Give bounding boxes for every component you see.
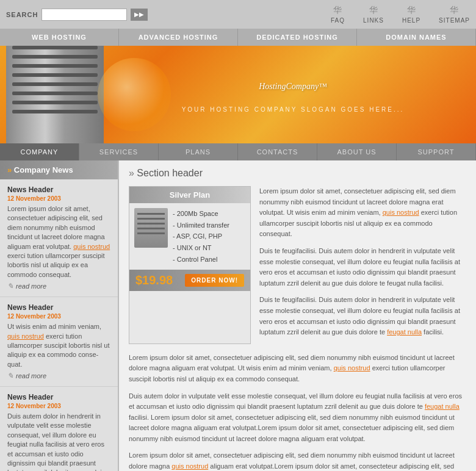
plan-feature: - ASP, CGI, PHP — [173, 231, 229, 242]
top-nav-item-help[interactable]: 华HELP — [402, 5, 420, 24]
search-input[interactable] — [41, 9, 127, 21]
header: SEARCH ▶▶ 华FAQ华LINKS华HELP华SITEMAP — [0, 0, 476, 29]
section-header: Section header — [129, 168, 466, 179]
faq-label: FAQ — [331, 17, 345, 24]
paragraph-2: Duis te feugifacilisi. Duis autem dolor … — [259, 246, 466, 289]
order-button[interactable]: ORDER NOW! — [185, 274, 244, 287]
help-icon: 华 — [407, 5, 416, 16]
news-inline-link-1[interactable]: quis nostrud — [7, 333, 44, 340]
plan-body: - 200Mb Space- Unlimited transfer- ASP, … — [129, 203, 250, 270]
plan-feature: - Unlimited transfer — [173, 220, 229, 231]
news-item-1: News Header12 November 2003Ut wisis enim… — [0, 297, 118, 387]
news-item-0: News Header12 November 2003Lorem ipsum d… — [0, 179, 118, 297]
top-nav-item-links[interactable]: 华LINKS — [363, 5, 384, 24]
search-label: SEARCH — [6, 11, 38, 18]
search-button[interactable]: ▶▶ — [131, 9, 148, 21]
nav-item-web-hosting[interactable]: WEB HOSTING — [0, 29, 119, 46]
link-quis-nostrud-2[interactable]: quis nostrud — [334, 364, 370, 372]
hero-trademark: ™ — [319, 82, 327, 91]
faq-icon: 华 — [333, 5, 342, 16]
hero-title: HostingCompany™ — [122, 77, 464, 102]
main-tabs: COMPANYSERVICESPLANSCONTACTSABOUT USSUPP… — [0, 143, 476, 160]
main-tab-company[interactable]: COMPANY — [0, 143, 79, 160]
news-date-2: 12 November 2003 — [7, 403, 110, 409]
plan-box: Silver Plan - 200Mb Space- Unlimited tra… — [129, 186, 251, 344]
nav-item-domain-names[interactable]: DOMAIN NAMES — [357, 29, 476, 46]
news-date-1: 12 November 2003 — [7, 313, 110, 320]
plan-feature: - 200Mb Space — [173, 208, 229, 220]
main-tab-support[interactable]: SUPPORT — [397, 143, 476, 160]
sidebar-news: News Header12 November 2003Lorem ipsum d… — [0, 179, 118, 471]
news-text-0: Lorem ipsum dolor sit amet, consectetuer… — [7, 204, 110, 279]
news-header-1: News Header — [7, 303, 110, 312]
read-more-0[interactable]: read more — [7, 282, 110, 290]
paragraph-3: Duis te feugifacilisi. Duis autem dolor … — [259, 295, 466, 337]
hero-slogan: YOUR HOSTING COMPANY SLOGAN GOES HERE... — [122, 106, 464, 113]
sidebar: Company News News Header12 November 2003… — [0, 160, 119, 471]
server-graphic — [6, 46, 104, 143]
nav-bar: WEB HOSTINGADVANCED HOSTINGDEDICATED HOS… — [0, 29, 476, 46]
content-area: Company News News Header12 November 2003… — [0, 160, 476, 471]
link-feugat-nulla[interactable]: feugat nulla — [387, 328, 422, 336]
link-feugat-nulla-2[interactable]: feugat nulla — [425, 403, 460, 410]
top-nav-item-faq[interactable]: 华FAQ — [331, 5, 345, 24]
plan-area: Silver Plan - 200Mb Space- Unlimited tra… — [129, 186, 466, 344]
links-icon: 华 — [369, 5, 378, 16]
plan-features: - 200Mb Space- Unlimited transfer- ASP, … — [173, 208, 229, 265]
paragraph-5: Duis autem dolor in vulputate velit esse… — [129, 391, 466, 445]
link-quis-nostrud-3[interactable]: quis nostrud — [171, 462, 208, 470]
nav-item-advanced-hosting[interactable]: ADVANCED HOSTING — [119, 29, 238, 46]
news-header-2: News Header — [7, 393, 110, 401]
news-item-2: News Header12 November 2003Duis autem do… — [0, 387, 118, 471]
main-tab-services[interactable]: SERVICES — [79, 143, 159, 160]
search-area: SEARCH ▶▶ — [6, 9, 148, 21]
news-link-0[interactable]: quis nostrud — [73, 243, 110, 250]
paragraph-6: Lorem ipsum dolor sit amet, consectetuer… — [129, 450, 466, 471]
news-header-0: News Header — [7, 185, 110, 194]
links-label: LINKS — [363, 17, 384, 24]
main-tab-contacts[interactable]: CONTACTS — [238, 143, 317, 160]
hero-title-text: HostingCompany — [259, 82, 319, 91]
plan-price-row: $19.98 ORDER NOW! — [129, 270, 250, 291]
sitemap-label: SITEMAP — [439, 17, 470, 24]
hero-orb — [98, 58, 171, 131]
news-date-0: 12 November 2003 — [7, 195, 110, 202]
sitemap-icon: 华 — [450, 5, 459, 16]
read-more-1[interactable]: read more — [7, 372, 110, 380]
hero-banner: HostingCompany™ YOUR HOSTING COMPANY SLO… — [0, 46, 476, 143]
main-tab-about-us[interactable]: ABOUT US — [317, 143, 397, 160]
hero-server-image — [0, 46, 110, 143]
plan-name: Silver Plan — [129, 187, 250, 203]
news-text-2: Duis autem dolor in hendrerit in vulputa… — [7, 412, 110, 471]
side-paragraphs: Lorem ipsum dolor sit amet, consectetuer… — [259, 186, 466, 344]
news-text-1: Ut wisis enim ad minim veniam, quis nost… — [7, 322, 110, 369]
help-label: HELP — [402, 17, 420, 24]
paragraph-4: Lorem ipsum dolor sit amet, consectetuer… — [129, 353, 466, 385]
plan-feature: - Control Panel — [173, 254, 229, 265]
plan-server-image — [134, 208, 168, 248]
plan-price: $19.98 — [135, 273, 173, 287]
main-tab-plans[interactable]: PLANS — [159, 143, 238, 160]
top-nav-item-sitemap[interactable]: 华SITEMAP — [439, 5, 470, 24]
nav-item-dedicated-hosting[interactable]: DEDICATED HOSTING — [238, 29, 357, 46]
main-content: Section header Silver Plan - 200Mb Space… — [119, 160, 476, 471]
plan-feature: - UNIX or NT — [173, 242, 229, 254]
sidebar-title: Company News — [0, 160, 118, 179]
paragraph-1: Lorem ipsum dolor sit amet, consectetuer… — [259, 186, 466, 240]
top-nav: 华FAQ华LINKS华HELP华SITEMAP — [331, 5, 470, 24]
link-quis-nostrud[interactable]: quis nostrud — [383, 209, 419, 216]
